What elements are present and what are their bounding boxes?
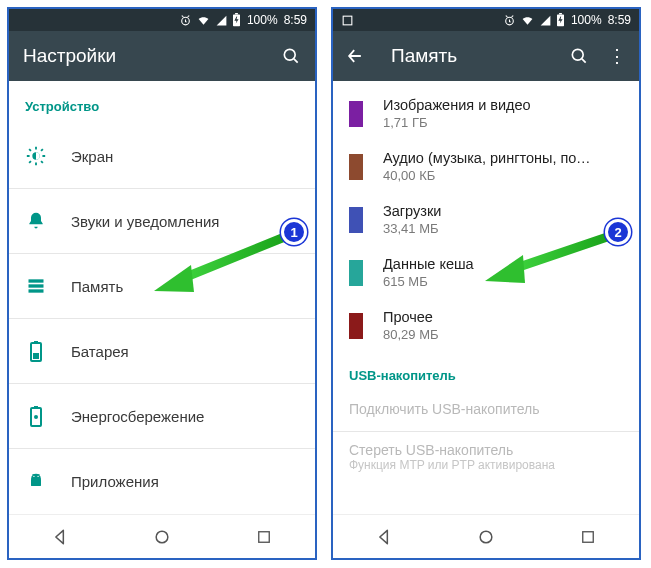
- row-label: Прочее: [383, 309, 439, 325]
- storage-list: Изображения и видео1,71 ГБ Аудио (музыка…: [333, 81, 639, 514]
- storage-row-images[interactable]: Изображения и видео1,71 ГБ: [333, 87, 639, 140]
- nav-back[interactable]: [354, 527, 414, 547]
- section-header-usb: USB-накопитель: [333, 352, 639, 391]
- status-bar: 100% 8:59: [333, 9, 639, 31]
- svg-point-14: [34, 415, 38, 419]
- row-sub: 40,00 КБ: [383, 168, 593, 183]
- row-label: Память: [71, 278, 123, 295]
- row-sub: 1,71 ГБ: [383, 115, 531, 130]
- storage-row-other[interactable]: Прочее80,29 МБ: [333, 299, 639, 352]
- svg-rect-2: [235, 13, 238, 14]
- nav-back[interactable]: [30, 527, 90, 547]
- svg-rect-21: [343, 16, 352, 25]
- svg-rect-28: [583, 531, 594, 542]
- battery-percent: 100%: [247, 13, 278, 27]
- row-label: Подключить USB-накопитель: [349, 401, 623, 417]
- svg-point-27: [480, 531, 492, 543]
- color-swatch: [349, 101, 363, 127]
- color-swatch: [349, 154, 363, 180]
- row-label: Энергосбережение: [71, 408, 204, 425]
- svg-point-3: [284, 49, 295, 60]
- row-sub: 33,41 МБ: [383, 221, 441, 236]
- svg-rect-13: [34, 406, 38, 408]
- signal-icon: [539, 14, 552, 27]
- row-label: Данные кеша: [383, 256, 474, 272]
- bell-icon: [25, 210, 47, 232]
- row-sub: 615 МБ: [383, 274, 474, 289]
- row-label: Экран: [71, 148, 113, 165]
- svg-rect-7: [29, 284, 44, 287]
- row-label: Изображения и видео: [383, 97, 531, 113]
- settings-row-battery[interactable]: Батарея: [9, 319, 315, 383]
- svg-point-17: [37, 476, 38, 477]
- battery-icon: [556, 13, 565, 27]
- storage-icon: [25, 275, 47, 297]
- page-title: Память: [391, 45, 549, 67]
- row-sub: Функция MTP или PTP активирована: [349, 458, 623, 472]
- brightness-icon: [25, 145, 47, 167]
- toolbar: Настройки: [9, 31, 315, 81]
- color-swatch: [349, 313, 363, 339]
- settings-row-storage[interactable]: Память: [9, 254, 315, 318]
- android-icon: [25, 470, 47, 492]
- status-bar: 100% 8:59: [9, 9, 315, 31]
- signal-icon: [215, 14, 228, 27]
- svg-rect-8: [29, 289, 44, 292]
- wifi-icon: [520, 14, 535, 27]
- nav-recent[interactable]: [558, 528, 618, 546]
- svg-point-16: [33, 476, 34, 477]
- svg-rect-6: [29, 279, 44, 282]
- search-icon[interactable]: [281, 46, 301, 66]
- battery-icon: [232, 13, 241, 27]
- nav-bar: [9, 514, 315, 558]
- svg-line-26: [582, 59, 586, 63]
- phone-left: 100% 8:59 Настройки Устройство Экран Зву…: [7, 7, 317, 560]
- power-save-icon: [25, 405, 47, 427]
- phone-right: 100% 8:59 Память ⋮ Изображения и видео1,…: [331, 7, 641, 560]
- wifi-icon: [196, 14, 211, 27]
- svg-rect-11: [33, 353, 39, 359]
- settings-row-display[interactable]: Экран: [9, 124, 315, 188]
- svg-rect-10: [34, 341, 38, 343]
- storage-row-audio[interactable]: Аудио (музыка, рингтоны, подкаст.40,00 К…: [333, 140, 639, 193]
- clock: 8:59: [608, 13, 631, 27]
- screenshot-icon: [341, 14, 354, 27]
- search-icon[interactable]: [569, 46, 589, 66]
- svg-rect-15: [31, 479, 41, 487]
- svg-point-18: [156, 531, 168, 543]
- settings-row-power[interactable]: Энергосбережение: [9, 384, 315, 448]
- row-label: Приложения: [71, 473, 159, 490]
- nav-home[interactable]: [456, 527, 516, 547]
- color-swatch: [349, 207, 363, 233]
- svg-rect-24: [559, 13, 562, 14]
- row-label: Стереть USB-накопитель: [349, 442, 623, 458]
- battery-percent: 100%: [571, 13, 602, 27]
- nav-bar: [333, 514, 639, 558]
- storage-row-downloads[interactable]: Загрузки33,41 МБ: [333, 193, 639, 246]
- page-title: Настройки: [23, 45, 261, 67]
- nav-recent[interactable]: [234, 528, 294, 546]
- svg-rect-19: [259, 531, 270, 542]
- settings-list: Устройство Экран Звуки и уведомления Пам…: [9, 81, 315, 514]
- row-label: Звуки и уведомления: [71, 213, 219, 230]
- usb-erase-item[interactable]: Стереть USB-накопитель Функция MTP или P…: [333, 432, 639, 476]
- section-header-device: Устройство: [9, 81, 315, 124]
- back-icon[interactable]: [345, 46, 365, 66]
- nav-home[interactable]: [132, 527, 192, 547]
- row-label: Аудио (музыка, рингтоны, подкаст.: [383, 150, 593, 166]
- settings-row-apps[interactable]: Приложения: [9, 449, 315, 513]
- storage-row-cache[interactable]: Данные кеша615 МБ: [333, 246, 639, 299]
- alarm-icon: [503, 14, 516, 27]
- color-swatch: [349, 260, 363, 286]
- overflow-menu-icon[interactable]: ⋮: [609, 46, 625, 66]
- row-label: Батарея: [71, 343, 129, 360]
- svg-point-25: [572, 49, 583, 60]
- usb-connect-item[interactable]: Подключить USB-накопитель: [333, 391, 639, 421]
- settings-row-sound[interactable]: Звуки и уведомления: [9, 189, 315, 253]
- battery-icon: [25, 340, 47, 362]
- clock: 8:59: [284, 13, 307, 27]
- row-sub: 80,29 МБ: [383, 327, 439, 342]
- row-label: Загрузки: [383, 203, 441, 219]
- svg-line-4: [294, 59, 298, 63]
- alarm-icon: [179, 14, 192, 27]
